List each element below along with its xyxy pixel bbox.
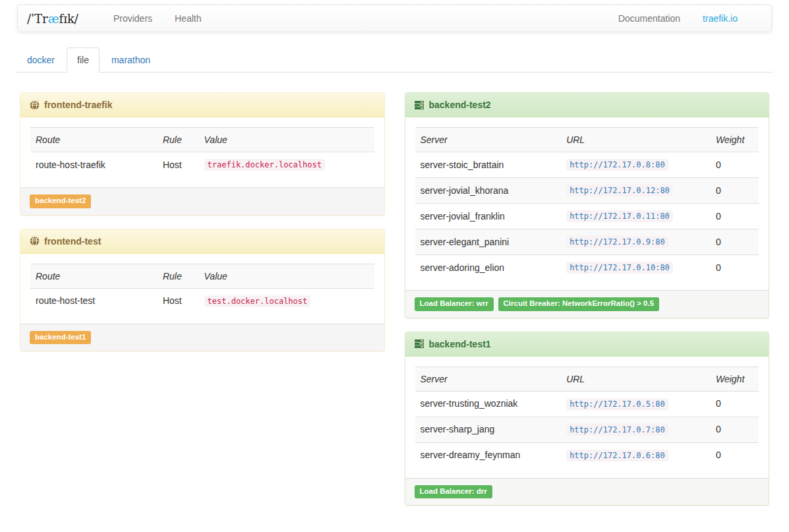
server-row: server-trusting_wozniak http://172.17.0.…: [415, 391, 759, 417]
tab-marathon[interactable]: marathon: [101, 47, 161, 73]
col-header-rule: Rule: [158, 264, 199, 288]
server-row: server-elegant_panini http://172.17.0.9:…: [415, 229, 759, 255]
server-url-link[interactable]: http://172.17.0.5:80: [566, 398, 668, 409]
frontend-test-footer: backend-test1: [20, 324, 384, 351]
route-value-code: traefik.docker.localhost: [204, 159, 325, 171]
backend-ref-label[interactable]: backend-test1: [30, 331, 91, 345]
frontend-test-heading: frontend-test: [20, 229, 384, 254]
routes-table: Route Rule Value route-host-test Host te…: [30, 264, 374, 314]
brand-accent: æ: [48, 12, 59, 26]
circuit-breaker-label: Circuit Breaker: NetworkErrorRatio() > 0…: [498, 297, 659, 311]
server-url-link[interactable]: http://172.17.0.9:80: [566, 236, 668, 247]
backend-test1-body: Server URL Weight server-trusting_woznia…: [405, 357, 769, 478]
server-url-code: http://172.17.0.10:80: [566, 262, 673, 274]
backends-column: backend-test2 Server URL Weight server-s…: [395, 92, 780, 519]
load-balancer-label: Load Balancer: wrr: [415, 297, 494, 311]
server-url-link[interactable]: http://172.17.0.10:80: [566, 262, 673, 272]
server-url-code: http://172.17.0.11:80: [566, 210, 673, 222]
tab-file[interactable]: file: [67, 47, 100, 73]
content-row: frontend-traefik Route Rule Value route-…: [0, 92, 789, 519]
col-header-route: Route: [30, 128, 158, 152]
panel-title: frontend-traefik: [44, 100, 112, 110]
server-name: server-trusting_wozniak: [415, 391, 562, 417]
panel-title: frontend-test: [44, 236, 101, 247]
navbar: /ˈTræfɪk/ Providers Health Documentation…: [17, 5, 772, 32]
server-row: server-dreamy_feynman http://172.17.0.6:…: [415, 442, 759, 468]
server-url-code: http://172.17.0.9:80: [566, 236, 668, 248]
tab-docker[interactable]: docker: [16, 47, 65, 73]
globe-icon: [30, 236, 40, 246]
servers-table: Server URL Weight server-stoic_brattain …: [415, 127, 759, 280]
frontend-traefik-body: Route Rule Value route-host-traefik Host…: [20, 117, 384, 187]
nav-link-providers[interactable]: Providers: [102, 6, 163, 31]
panel-title: backend-test2: [429, 100, 491, 110]
server-row: server-adoring_elion http://172.17.0.10:…: [415, 255, 759, 281]
servers-table-header: Server URL Weight: [415, 128, 759, 152]
server-url-link[interactable]: http://172.17.0.6:80: [566, 450, 668, 460]
backend-test2-body: Server URL Weight server-stoic_brattain …: [405, 117, 769, 290]
col-header-rule: Rule: [158, 128, 199, 152]
server-weight: 0: [711, 152, 759, 178]
nav-link-traefik-io[interactable]: traefik.io: [691, 6, 749, 31]
frontend-traefik-heading: frontend-traefik: [20, 93, 384, 117]
route-value-code: test.docker.localhost: [204, 295, 311, 307]
server-url-link[interactable]: http://172.17.0.12:80: [566, 185, 673, 195]
server-weight: 0: [711, 255, 759, 281]
server-row: server-sharp_jang http://172.17.0.7:80 0: [415, 417, 759, 442]
server-row: server-jovial_franklin http://172.17.0.1…: [415, 204, 759, 229]
backend-test1-footer: Load Balancer: drr: [405, 478, 769, 506]
route-row: route-host-traefik Host traefik.docker.l…: [30, 152, 374, 178]
server-name: server-sharp_jang: [415, 417, 562, 442]
brand-suffix: fɪk/: [59, 12, 78, 26]
servers-table-header: Server URL Weight: [415, 367, 759, 391]
server-url-code: http://172.17.0.7:80: [566, 424, 668, 436]
server-weight: 0: [711, 229, 759, 255]
backend-test2-panel: backend-test2 Server URL Weight server-s…: [405, 92, 770, 318]
server-url-link[interactable]: http://172.17.0.11:80: [566, 210, 673, 221]
nav-link-health[interactable]: Health: [163, 6, 212, 31]
backend-test2-footer: Load Balancer: wrr Circuit Breaker: Netw…: [405, 290, 769, 318]
brand-prefix: /ˈTr: [27, 12, 48, 26]
server-name: server-elegant_panini: [415, 229, 562, 255]
server-url-link[interactable]: http://172.17.0.8:80: [566, 159, 668, 169]
server-weight: 0: [711, 204, 759, 229]
server-name: server-dreamy_feynman: [415, 442, 562, 468]
server-row: server-jovial_khorana http://172.17.0.12…: [415, 178, 759, 204]
backend-test1-panel: backend-test1 Server URL Weight server-t…: [405, 332, 770, 506]
server-name: server-adoring_elion: [415, 255, 562, 281]
server-weight: 0: [711, 417, 759, 442]
server-url-link[interactable]: http://172.17.0.7:80: [566, 424, 668, 434]
server-name: server-jovial_khorana: [415, 178, 562, 204]
load-balancer-label: Load Balancer: drr: [415, 485, 492, 499]
server-weight: 0: [711, 442, 759, 468]
server-url-code: http://172.17.0.8:80: [566, 159, 668, 171]
panel-title: backend-test1: [429, 339, 491, 349]
frontend-test-panel: frontend-test Route Rule Value route-hos…: [20, 229, 385, 352]
server-weight: 0: [711, 391, 759, 417]
brand-logo[interactable]: /ˈTræfɪk/: [27, 12, 78, 26]
route-rule: Host: [158, 288, 199, 314]
col-header-value: Value: [199, 264, 374, 288]
frontends-column: frontend-traefik Route Rule Value route-…: [10, 92, 395, 365]
server-row: server-stoic_brattain http://172.17.0.8:…: [415, 152, 759, 178]
col-header-server: Server: [415, 367, 562, 391]
col-header-url: URL: [561, 128, 711, 152]
backend-test2-heading: backend-test2: [405, 93, 769, 117]
server-name: server-stoic_brattain: [415, 152, 562, 178]
server-url-code: http://172.17.0.6:80: [566, 450, 668, 461]
col-header-server: Server: [415, 128, 562, 152]
col-header-route: Route: [30, 264, 158, 288]
routes-table: Route Rule Value route-host-traefik Host…: [30, 127, 374, 177]
globe-icon: [30, 100, 40, 110]
col-header-value: Value: [199, 128, 374, 152]
routes-table-header: Route Rule Value: [30, 128, 374, 152]
frontend-traefik-footer: backend-test2: [20, 187, 384, 215]
server-name: server-jovial_franklin: [415, 204, 562, 229]
route-name: route-host-test: [30, 288, 158, 314]
backend-test1-heading: backend-test1: [405, 332, 769, 357]
nav-link-documentation[interactable]: Documentation: [607, 6, 691, 31]
tasks-icon: [415, 339, 424, 349]
route-name: route-host-traefik: [30, 152, 158, 178]
server-url-code: http://172.17.0.12:80: [566, 185, 673, 196]
backend-ref-label[interactable]: backend-test2: [30, 194, 91, 208]
